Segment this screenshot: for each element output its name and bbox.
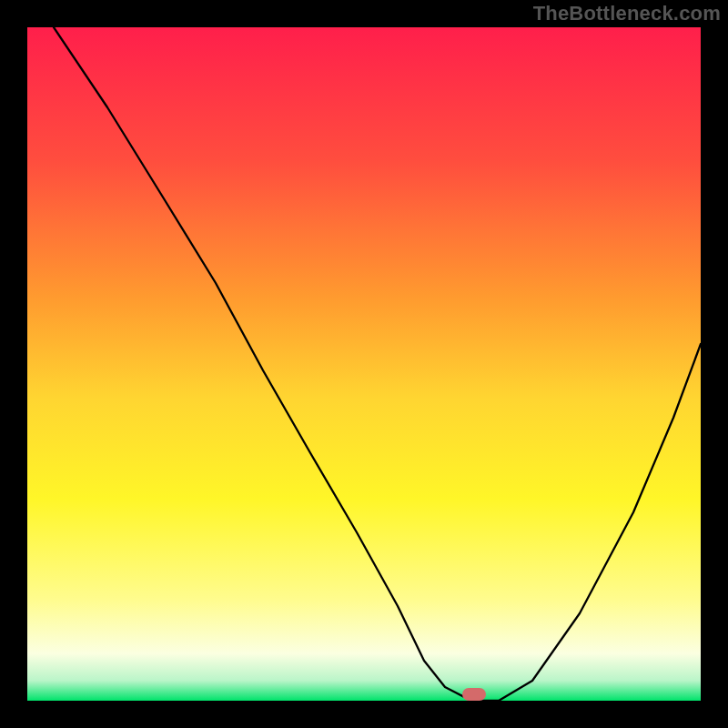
plot-area [27, 27, 701, 701]
gradient-background [27, 27, 701, 701]
optimal-point-marker [462, 688, 486, 701]
watermark-text: TheBottleneck.com [533, 2, 721, 25]
chart-svg [27, 27, 701, 701]
chart-frame: TheBottleneck.com [0, 0, 728, 728]
